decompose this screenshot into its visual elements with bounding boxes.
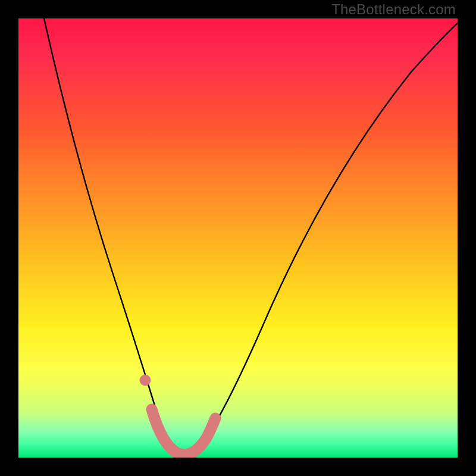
svg-point-0	[140, 375, 151, 386]
plot-area	[18, 18, 458, 458]
watermark-text: TheBottleneck.com	[331, 1, 456, 18]
bottleneck-curve	[44, 18, 458, 455]
chart-frame: TheBottleneck.com	[0, 0, 476, 476]
highlight-markers	[140, 375, 215, 455]
bottleneck-curve-svg	[18, 18, 458, 458]
